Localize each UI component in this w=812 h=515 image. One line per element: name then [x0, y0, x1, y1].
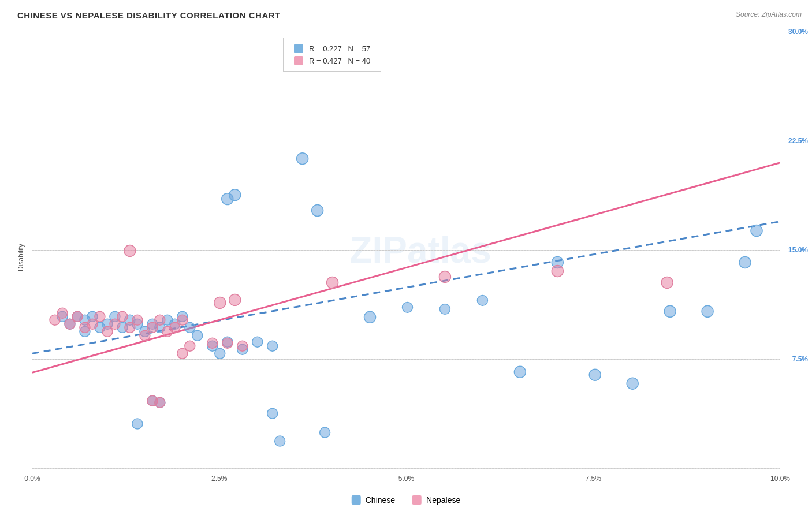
- svg-point-66: [177, 315, 188, 325]
- svg-point-67: [124, 245, 136, 257]
- bottom-label-chinese: Chinese: [366, 495, 395, 505]
- chart-svg: [32, 32, 780, 468]
- svg-point-35: [514, 366, 526, 378]
- x-tick-100: 10.0%: [770, 475, 790, 483]
- svg-point-26: [267, 341, 278, 351]
- source-label: Source: ZipAtlas.com: [736, 10, 802, 18]
- svg-point-68: [214, 297, 226, 308]
- svg-point-46: [267, 408, 278, 419]
- svg-point-48: [320, 427, 330, 438]
- svg-point-30: [312, 205, 323, 217]
- x-tick-75: 7.5%: [586, 475, 601, 483]
- svg-point-70: [327, 277, 338, 288]
- svg-point-77: [185, 341, 195, 351]
- svg-point-37: [589, 369, 601, 380]
- y-tick-15: 15.0%: [788, 246, 808, 254]
- svg-point-38: [627, 378, 638, 389]
- svg-point-50: [57, 308, 68, 318]
- svg-point-52: [72, 311, 83, 322]
- svg-point-60: [132, 315, 143, 325]
- svg-point-33: [439, 304, 450, 314]
- svg-point-71: [439, 271, 450, 282]
- y-tick-30: 30.0%: [788, 28, 808, 36]
- svg-point-63: [155, 315, 165, 325]
- svg-point-80: [237, 341, 248, 351]
- bottom-swatch-chinese: [352, 495, 361, 505]
- x-tick-0: 0.0%: [24, 475, 40, 483]
- svg-rect-0: [32, 32, 780, 468]
- svg-point-34: [477, 295, 487, 305]
- svg-point-58: [117, 311, 128, 322]
- svg-point-69: [229, 294, 241, 305]
- svg-point-47: [275, 436, 285, 446]
- bottom-legend-nepalese: Nepalese: [412, 495, 460, 505]
- svg-point-28: [229, 189, 241, 201]
- svg-point-78: [207, 338, 218, 348]
- svg-point-73: [661, 277, 673, 288]
- svg-point-25: [252, 337, 263, 347]
- y-tick-7: 7.5%: [792, 355, 808, 363]
- svg-point-40: [702, 305, 713, 317]
- chart-title: CHINESE VS NEPALESE DISABILITY CORRELATI…: [17, 10, 281, 20]
- chart-area: ZIPatlas 30.0% 22.5% 15.0% 7.5% 0.0% 2.5…: [32, 32, 780, 469]
- svg-point-79: [222, 338, 233, 348]
- y-tick-22: 22.5%: [788, 137, 808, 145]
- svg-point-55: [95, 311, 105, 322]
- bottom-legend: Chinese Nepalese: [352, 495, 461, 505]
- svg-point-22: [215, 348, 225, 359]
- svg-point-43: [132, 419, 143, 429]
- svg-point-61: [140, 330, 150, 341]
- svg-point-39: [664, 305, 676, 317]
- svg-point-75: [155, 397, 165, 408]
- svg-point-31: [364, 311, 376, 323]
- bottom-swatch-nepalese: [412, 495, 422, 505]
- bottom-legend-chinese: Chinese: [352, 495, 395, 505]
- y-axis-label: Disability: [17, 244, 25, 271]
- bottom-label-nepalese: Nepalese: [426, 495, 460, 505]
- svg-point-72: [552, 265, 563, 277]
- svg-point-41: [739, 256, 751, 268]
- chart-container: CHINESE VS NEPALESE DISABILITY CORRELATI…: [0, 0, 812, 515]
- x-tick-25: 2.5%: [211, 475, 227, 483]
- svg-point-20: [192, 330, 203, 341]
- svg-point-29: [297, 153, 308, 165]
- svg-point-42: [751, 225, 762, 237]
- svg-point-32: [403, 302, 413, 312]
- x-tick-50: 5.0%: [398, 475, 414, 483]
